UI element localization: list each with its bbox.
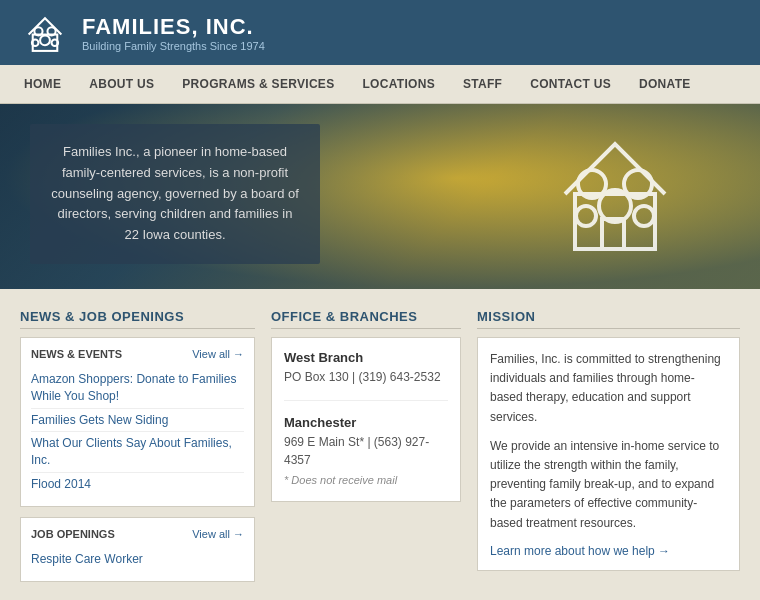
office-section-title: OFFICE & BRANCHES: [271, 309, 461, 329]
svg-point-12: [634, 206, 654, 226]
news-box-header: NEWS & EVENTS View all →: [31, 348, 244, 360]
news-view-all[interactable]: View all →: [192, 348, 244, 360]
svg-point-4: [32, 39, 39, 46]
job-item[interactable]: Respite Care Worker: [31, 548, 244, 571]
nav-contact[interactable]: CONTACT US: [516, 65, 625, 103]
news-box: NEWS & EVENTS View all → Amazon Shoppers…: [20, 337, 255, 507]
mission-section-title: MISSION: [477, 309, 740, 329]
branch-address: PO Box 130 | (319) 643-2532: [284, 368, 448, 386]
mission-para-2: We provide an intensive in-home service …: [490, 437, 727, 533]
mission-box: Families, Inc. is committed to strengthe…: [477, 337, 740, 571]
jobs-box: JOB OPENINGS View all → Respite Care Wor…: [20, 517, 255, 582]
svg-point-11: [576, 206, 596, 226]
main-content: NEWS & JOB OPENINGS NEWS & EVENTS View a…: [0, 289, 760, 600]
branch-note: * Does not receive mail: [284, 472, 448, 489]
news-title: NEWS & EVENTS: [31, 348, 122, 360]
nav-about[interactable]: ABOUT US: [75, 65, 168, 103]
branch-address: 969 E Main St* | (563) 927-4357: [284, 433, 448, 469]
main-nav: HOME ABOUT US PROGRAMS & SERVICES LOCATI…: [0, 65, 760, 104]
news-item[interactable]: Flood 2014: [31, 473, 244, 496]
hero-house-icon: [550, 134, 680, 254]
site-header: FAMILIES, INC. Building Family Strengths…: [0, 0, 760, 65]
news-item[interactable]: Amazon Shoppers: Donate to Families Whil…: [31, 368, 244, 409]
header-text: FAMILIES, INC. Building Family Strengths…: [82, 14, 265, 52]
svg-point-5: [52, 39, 59, 46]
news-item[interactable]: What Our Clients Say About Families, Inc…: [31, 432, 244, 473]
branch-name: West Branch: [284, 350, 448, 365]
jobs-header: JOB OPENINGS View all →: [31, 528, 244, 540]
hero-description: Families Inc., a pioneer in home-based f…: [30, 124, 320, 264]
org-tagline: Building Family Strengths Since 1974: [82, 40, 265, 52]
branch-box: West Branch PO Box 130 | (319) 643-2532 …: [271, 337, 461, 502]
nav-home[interactable]: HOME: [10, 65, 75, 103]
org-name: FAMILIES, INC.: [82, 14, 265, 40]
nav-staff[interactable]: STAFF: [449, 65, 516, 103]
jobs-view-all[interactable]: View all →: [192, 528, 244, 540]
svg-rect-0: [33, 35, 58, 51]
nav-donate[interactable]: DONATE: [625, 65, 705, 103]
branch-manchester: Manchester 969 E Main St* | (563) 927-43…: [284, 415, 448, 489]
logo-icon: [20, 10, 70, 55]
branch-name: Manchester: [284, 415, 448, 430]
mission-column: MISSION Families, Inc. is committed to s…: [477, 309, 740, 582]
mission-learn-more[interactable]: Learn more about how we help →: [490, 544, 670, 558]
branch-west: West Branch PO Box 130 | (319) 643-2532: [284, 350, 448, 401]
hero-banner: Families Inc., a pioneer in home-based f…: [0, 104, 760, 289]
svg-point-3: [40, 35, 50, 45]
news-item[interactable]: Families Gets New Siding: [31, 409, 244, 433]
mission-para-1: Families, Inc. is committed to strengthe…: [490, 350, 727, 427]
jobs-title: JOB OPENINGS: [31, 528, 115, 540]
office-column: OFFICE & BRANCHES West Branch PO Box 130…: [271, 309, 461, 582]
nav-programs[interactable]: PROGRAMS & SERVICES: [168, 65, 348, 103]
news-section-title: NEWS & JOB OPENINGS: [20, 309, 255, 329]
news-column: NEWS & JOB OPENINGS NEWS & EVENTS View a…: [20, 309, 255, 582]
nav-locations[interactable]: LOCATIONS: [348, 65, 448, 103]
